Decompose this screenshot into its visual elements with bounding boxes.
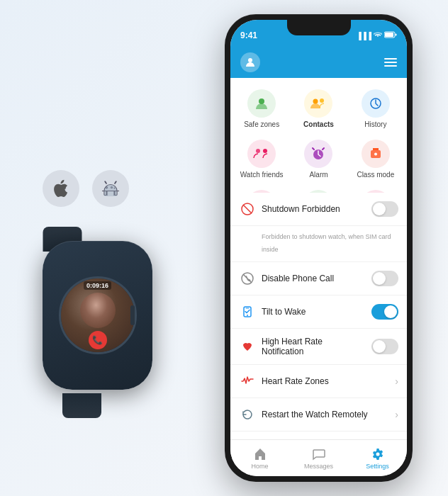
status-time: 9:41 xyxy=(240,29,257,40)
hamburger-menu[interactable] xyxy=(384,58,397,67)
status-icons: ▐▐▐ xyxy=(357,30,397,40)
svg-line-3 xyxy=(115,181,116,184)
menu-line-1 xyxy=(384,58,397,60)
android-badge xyxy=(92,170,129,207)
watch-friends-icon xyxy=(247,140,276,168)
grid-item-watch-friends[interactable]: Watch friends xyxy=(233,134,290,184)
svg-point-14 xyxy=(263,149,267,153)
nav-messages[interactable]: Messages xyxy=(289,443,348,474)
disable-call-toggle[interactable] xyxy=(371,271,398,286)
battery-icon xyxy=(384,31,397,40)
restart-chevron: › xyxy=(395,409,398,420)
heart-rate-notif-toggle[interactable] xyxy=(371,339,398,354)
restart-icon xyxy=(239,406,256,423)
signal-icon: ▐▐▐ xyxy=(357,32,371,40)
heart-rate-zones-chevron: › xyxy=(395,376,398,387)
wifi-icon xyxy=(374,31,382,40)
watch-contact-photo xyxy=(80,293,116,328)
apple-badge xyxy=(43,170,79,207)
grid-item-contacts[interactable]: Contacts xyxy=(290,84,347,134)
nav-home-label: Home xyxy=(251,463,268,470)
svg-line-22 xyxy=(243,205,252,213)
svg-rect-6 xyxy=(396,34,397,36)
watch-screen: 0:09:16 📞 xyxy=(59,276,137,354)
alarm-label: Alarm xyxy=(309,171,327,179)
heart-rate-notif-icon xyxy=(239,338,256,355)
svg-point-9 xyxy=(261,103,262,104)
messages-icon xyxy=(312,447,326,461)
watch-call-button[interactable]: 📞 xyxy=(89,331,107,349)
disable-call-icon xyxy=(239,270,256,287)
phone-notch xyxy=(287,20,351,35)
svg-point-38 xyxy=(376,452,379,456)
alarm-icon xyxy=(304,140,332,168)
phone-screen: 9:41 ▐▐▐ xyxy=(230,20,407,476)
bottom-nav: Home Messages Settings xyxy=(230,439,407,476)
svg-point-13 xyxy=(256,149,260,153)
heart-rate-zones-label: Heart Rate Zones xyxy=(262,376,389,386)
svg-line-24 xyxy=(243,274,252,283)
grid-item-safe-zones[interactable]: Safe zones xyxy=(233,84,290,134)
nav-settings[interactable]: Settings xyxy=(348,443,407,474)
safe-zones-label: Safe zones xyxy=(244,120,279,128)
app-header xyxy=(230,47,407,78)
safe-zones-icon xyxy=(247,89,276,118)
setting-heart-rate-notif[interactable]: High Heart Rate Notification xyxy=(230,329,407,365)
grid-item-history[interactable]: History xyxy=(347,84,404,134)
setting-tilt-wake[interactable]: Tilt to Wake xyxy=(230,295,407,329)
nav-settings-label: Settings xyxy=(366,463,389,470)
phone: 9:41 ▐▐▐ xyxy=(225,14,413,482)
menu-line-2 xyxy=(384,62,397,63)
class-mode-icon xyxy=(362,140,390,168)
grid-item-alarm[interactable]: Alarm xyxy=(290,134,347,184)
watch: 0:09:16 📞 xyxy=(21,227,170,418)
watch-face: 0:09:16 📞 xyxy=(61,278,135,352)
svg-point-10 xyxy=(313,99,318,104)
heart-rate-zones-icon xyxy=(239,373,256,390)
heart-rate-notif-label: High Heart Rate Notification xyxy=(262,337,366,356)
tilt-wake-toggle-thumb xyxy=(384,305,397,318)
shutdown-icon xyxy=(239,201,256,218)
home-icon xyxy=(253,447,267,461)
setting-disable-call[interactable]: Disable Phone Call xyxy=(230,262,407,295)
tilt-wake-toggle[interactable] xyxy=(371,304,398,320)
disable-call-toggle-thumb xyxy=(373,272,386,285)
watch-crown xyxy=(130,305,135,325)
restart-label: Restart the Watch Remotely xyxy=(262,410,389,419)
watch-band-bottom xyxy=(62,393,101,418)
shutdown-sub: Forbidden to shutdown watch, when SIM ca… xyxy=(230,226,407,262)
shutdown-label: Shutdown Forbidden xyxy=(262,204,366,214)
user-profile-icon[interactable] xyxy=(240,52,260,72)
history-icon xyxy=(362,89,390,118)
setting-unit[interactable]: Unit › xyxy=(230,432,407,439)
contacts-label: Contacts xyxy=(303,120,334,128)
svg-rect-5 xyxy=(385,33,393,37)
history-label: History xyxy=(364,120,386,128)
disable-call-label: Disable Phone Call xyxy=(262,274,366,283)
nav-messages-label: Messages xyxy=(304,463,333,470)
setting-heart-rate-zones[interactable]: Heart Rate Zones › xyxy=(230,365,407,398)
grid-item-class-mode[interactable]: Class mode xyxy=(347,134,404,184)
nav-home[interactable]: Home xyxy=(230,443,289,474)
svg-point-17 xyxy=(374,153,377,156)
watch-face-photo xyxy=(80,293,116,328)
heart-rate-notif-toggle-thumb xyxy=(373,340,386,353)
settings-list: Shutdown Forbidden Forbidden to shutdown… xyxy=(230,193,407,439)
platform-badges xyxy=(43,170,129,207)
settings-icon xyxy=(371,447,385,461)
svg-point-7 xyxy=(248,58,252,62)
shutdown-subtext: Forbidden to shutdown watch, when SIM ca… xyxy=(262,233,391,253)
shutdown-toggle[interactable] xyxy=(371,201,398,217)
watch-friends-label: Watch friends xyxy=(240,171,284,179)
tilt-wake-icon xyxy=(239,303,256,320)
setting-restart[interactable]: Restart the Watch Remotely › xyxy=(230,398,407,432)
watch-body: 0:09:16 📞 xyxy=(43,241,152,390)
tilt-wake-label: Tilt to Wake xyxy=(262,307,366,317)
svg-point-11 xyxy=(320,98,324,103)
shutdown-toggle-thumb xyxy=(373,203,386,215)
setting-shutdown[interactable]: Shutdown Forbidden xyxy=(230,193,407,226)
contacts-icon xyxy=(304,89,332,118)
menu-line-3 xyxy=(384,65,397,67)
class-mode-label: Class mode xyxy=(357,171,394,179)
watch-time: 0:09:16 xyxy=(84,281,111,290)
